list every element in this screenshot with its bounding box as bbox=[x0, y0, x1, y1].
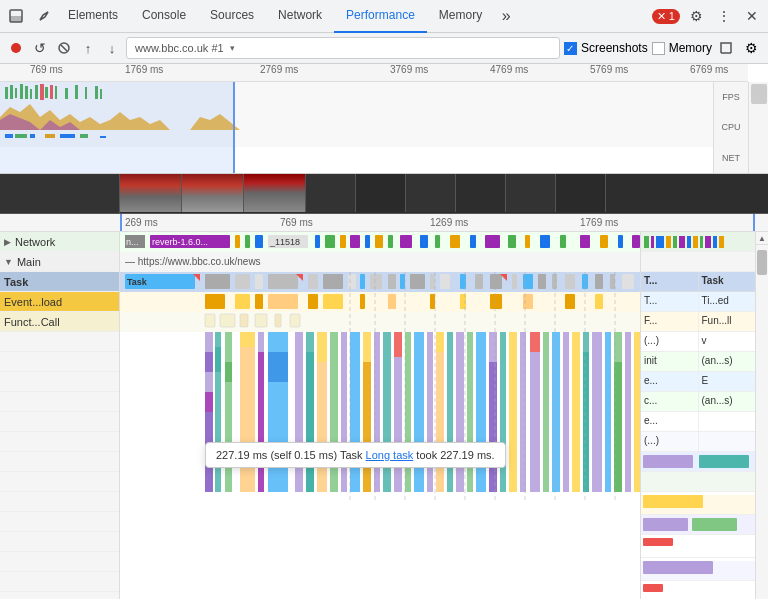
tab-network[interactable]: Network bbox=[266, 0, 334, 33]
svg-rect-170 bbox=[394, 332, 402, 357]
url-dropdown[interactable]: ▾ bbox=[230, 43, 235, 53]
perf-toolbar: ↺ ↑ ↓ www.bbc.co.uk #1 ▾ ✓ Screenshots M… bbox=[0, 33, 768, 64]
settings-btn[interactable]: ⚙ bbox=[684, 4, 708, 28]
tab-elements[interactable]: Elements bbox=[56, 0, 130, 33]
screenshots-thumbnails[interactable] bbox=[120, 174, 768, 213]
svg-rect-49 bbox=[388, 235, 393, 248]
empty-track-11 bbox=[0, 532, 119, 552]
svg-rect-124 bbox=[430, 294, 435, 309]
svg-rect-59 bbox=[560, 235, 566, 248]
fps-label: FPS bbox=[722, 92, 740, 102]
clear-recording-btn[interactable] bbox=[716, 38, 736, 58]
right-row-6: c... (an...s) bbox=[641, 392, 755, 412]
error-badge[interactable]: ✕ 1 bbox=[652, 9, 680, 24]
scroll-track[interactable] bbox=[756, 245, 768, 599]
selection-start bbox=[120, 214, 122, 231]
net-label: NET bbox=[722, 153, 740, 163]
svg-text:_11518: _11518 bbox=[269, 237, 300, 247]
screenshot-5[interactable] bbox=[356, 174, 406, 212]
funct-track-label[interactable]: Funct...Call bbox=[0, 312, 119, 332]
svg-rect-128 bbox=[565, 294, 575, 309]
memory-checkbox[interactable] bbox=[652, 42, 665, 55]
close-devtools-btn[interactable]: ✕ bbox=[740, 4, 764, 28]
svg-rect-171 bbox=[394, 357, 402, 492]
overview-scrollbar[interactable] bbox=[748, 82, 768, 173]
svg-rect-88 bbox=[400, 274, 405, 289]
screenshots-label-col bbox=[0, 174, 120, 213]
svg-rect-136 bbox=[240, 314, 248, 327]
svg-rect-180 bbox=[476, 332, 486, 492]
memory-checkbox-area[interactable]: Memory bbox=[652, 41, 712, 55]
svg-rect-89 bbox=[410, 274, 425, 289]
tab-sources[interactable]: Sources bbox=[198, 0, 266, 33]
screenshot-7[interactable] bbox=[456, 174, 506, 212]
task-track-label[interactable]: Task bbox=[0, 272, 119, 292]
svg-rect-154 bbox=[258, 352, 264, 492]
svg-rect-116 bbox=[205, 294, 225, 309]
scroll-up-btn[interactable]: ▲ bbox=[756, 232, 768, 245]
svg-rect-55 bbox=[485, 235, 500, 248]
right-panel: T... Task T... Ti...ed F... Fun...ll (..… bbox=[640, 232, 755, 599]
svg-rect-84 bbox=[348, 274, 356, 289]
devtools-inspect-icon[interactable] bbox=[32, 4, 56, 28]
svg-rect-127 bbox=[523, 294, 533, 309]
screenshots-checkbox-area[interactable]: ✓ Screenshots bbox=[564, 41, 648, 55]
svg-rect-78 bbox=[235, 274, 250, 289]
empty-track-7 bbox=[0, 452, 119, 472]
svg-rect-159 bbox=[306, 332, 314, 352]
svg-rect-172 bbox=[405, 332, 411, 492]
event-track-label[interactable]: Event...load bbox=[0, 292, 119, 312]
svg-rect-123 bbox=[388, 294, 396, 309]
upload-btn[interactable]: ↑ bbox=[78, 38, 98, 58]
svg-rect-118 bbox=[255, 294, 263, 309]
svg-rect-93 bbox=[475, 274, 483, 289]
devtools-dock-icon[interactable] bbox=[4, 4, 28, 28]
tab-performance[interactable]: Performance bbox=[334, 0, 427, 33]
capture-settings-btn[interactable]: ⚙ bbox=[740, 37, 762, 59]
svg-rect-60 bbox=[580, 235, 590, 248]
screenshot-1[interactable] bbox=[120, 174, 182, 212]
svg-rect-156 bbox=[268, 352, 288, 382]
tracks-scrollbar[interactable]: ▲ ▼ bbox=[755, 232, 768, 599]
right-row-extra-1 bbox=[641, 452, 755, 472]
network-track-label[interactable]: ▶ Network bbox=[0, 232, 119, 252]
svg-rect-189 bbox=[552, 332, 560, 492]
network-expand-arrow[interactable]: ▶ bbox=[4, 237, 11, 247]
overview-scroll-thumb[interactable] bbox=[751, 84, 767, 104]
screenshot-4[interactable] bbox=[306, 174, 356, 212]
download-btn[interactable]: ↓ bbox=[102, 38, 122, 58]
screenshot-6[interactable] bbox=[406, 174, 456, 212]
svg-rect-135 bbox=[220, 314, 235, 327]
svg-rect-50 bbox=[400, 235, 412, 248]
customize-btn[interactable]: ⋮ bbox=[712, 4, 736, 28]
clear-btn[interactable] bbox=[54, 38, 74, 58]
screenshots-checkbox[interactable]: ✓ bbox=[564, 42, 577, 55]
main-track-label[interactable]: ▼ Main bbox=[0, 252, 119, 272]
svg-text:— https://www.bbc.co.uk/news: — https://www.bbc.co.uk/news bbox=[125, 256, 261, 267]
tooltip-link[interactable]: Long task bbox=[366, 449, 414, 461]
record-btn[interactable] bbox=[6, 38, 26, 58]
screenshot-2[interactable] bbox=[182, 174, 244, 212]
right-row-extra-4 bbox=[641, 515, 755, 535]
svg-rect-85 bbox=[360, 274, 365, 289]
svg-rect-195 bbox=[605, 332, 611, 492]
tab-console[interactable]: Console bbox=[130, 0, 198, 33]
refresh-record-btn[interactable]: ↺ bbox=[30, 38, 50, 58]
screenshots-strip bbox=[0, 174, 768, 214]
screenshot-8[interactable] bbox=[506, 174, 556, 212]
selection-overlay[interactable] bbox=[0, 82, 235, 173]
main-collapse-arrow[interactable]: ▼ bbox=[4, 257, 13, 267]
svg-rect-151 bbox=[240, 332, 255, 347]
more-tabs-btn[interactable]: » bbox=[494, 4, 518, 28]
tracks-canvas[interactable]: n... reverb-1.6.0... _11518 bbox=[120, 232, 640, 599]
svg-rect-126 bbox=[490, 294, 502, 309]
cpu-label: CPU bbox=[721, 122, 740, 132]
screenshot-9[interactable] bbox=[556, 174, 606, 212]
svg-rect-103 bbox=[610, 274, 615, 289]
scroll-thumb[interactable] bbox=[757, 250, 767, 275]
overview-graph[interactable]: FPS CPU NET bbox=[0, 82, 748, 173]
svg-rect-183 bbox=[500, 332, 506, 492]
screenshot-3[interactable] bbox=[244, 174, 306, 212]
tab-memory[interactable]: Memory bbox=[427, 0, 494, 33]
selection-end bbox=[753, 214, 755, 231]
